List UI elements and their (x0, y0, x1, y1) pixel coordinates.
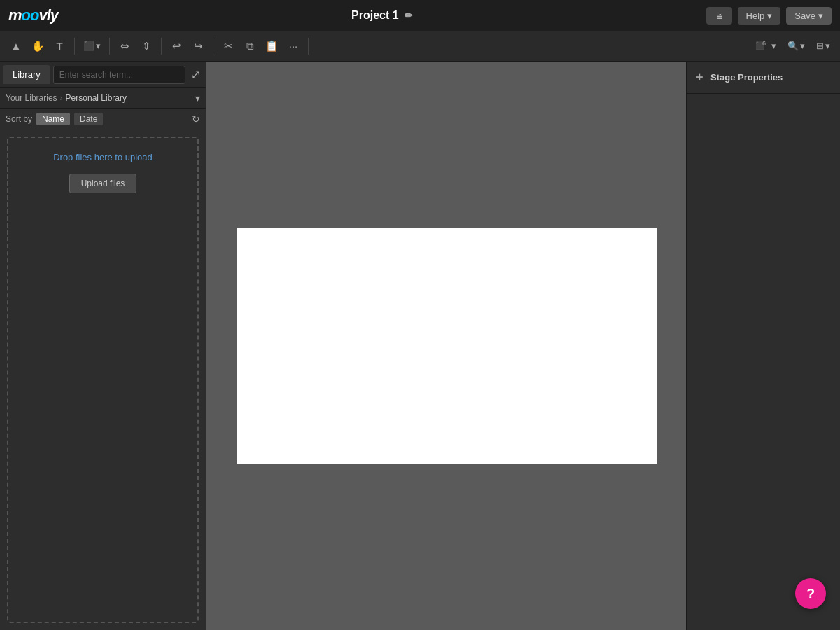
undo-button[interactable]: ↩ (166, 36, 187, 57)
text-tool-button[interactable]: T (49, 36, 70, 57)
stage-properties-title: Stage Properties (710, 72, 783, 83)
copy-button[interactable]: ⧉ (239, 36, 260, 57)
project-title-text: Project 1 (351, 9, 399, 22)
grid-icon: ⊞ (816, 41, 824, 51)
library-path: Your Libraries › Personal Library ▾ (0, 88, 206, 108)
sort-date-button[interactable]: Date (74, 113, 103, 125)
search-tool-dropdown[interactable]: 🔍 ▾ (783, 36, 809, 57)
shape-chevron-icon: ▾ (96, 41, 101, 51)
project-title: Project 1 ✏ (351, 9, 413, 22)
right-panel: ＋ Stage Properties (686, 62, 840, 630)
cut-button[interactable]: ✂ (218, 36, 239, 57)
upload-files-button[interactable]: Upload files (69, 174, 137, 193)
subtitle-dropdown[interactable]: ⬛ 6 ▾ (751, 36, 780, 57)
toolbar-separator-4 (213, 38, 214, 55)
monitor-button[interactable]: 🖥 (706, 7, 732, 24)
more-button[interactable]: ··· (283, 36, 304, 57)
drop-zone[interactable]: Drop files here to upload Upload files (7, 136, 199, 623)
subtitle-chevron: ▾ (771, 41, 776, 51)
path-dropdown-button[interactable]: ▾ (195, 92, 200, 104)
edit-tools-group: ✂ ⧉ 📋 ··· (218, 36, 304, 57)
left-panel: Library ⤢ Your Libraries › Personal Libr… (0, 62, 206, 630)
save-label: Save (794, 10, 816, 21)
logo: moovly (8, 6, 58, 24)
search-chevron: ▾ (800, 41, 805, 51)
shape-tool-dropdown[interactable]: ⬛ ▾ (79, 36, 105, 57)
toolbar-separator-5 (308, 38, 309, 55)
sort-bar: Sort by Name Date ↻ (0, 108, 206, 130)
toolbar-separator-2 (109, 38, 110, 55)
chevron-down-icon: ▾ (767, 10, 772, 21)
history-tools-group: ↩ ↪ (166, 36, 209, 57)
top-bar: moovly Project 1 ✏ 🖥 Help ▾ Save ▾ (0, 0, 840, 31)
toolbar-separator-3 (161, 38, 162, 55)
shape-icon: ⬛ (83, 41, 94, 51)
main-area: Library ⤢ Your Libraries › Personal Libr… (0, 62, 840, 630)
edit-icon[interactable]: ✏ (405, 10, 413, 21)
select-tool-button[interactable]: ▲ (6, 36, 27, 57)
help-icon: ? (806, 586, 815, 602)
select-tools-group: ▲ ✋ T (6, 36, 70, 57)
toolbar: ▲ ✋ T ⬛ ▾ ⇔ ⇕ ↩ ↪ ✂ ⧉ 📋 ··· ⬛ 6 ▾ 🔍 ▾ (0, 31, 840, 62)
toolbar-right: ⬛ 6 ▾ 🔍 ▾ ⊞ ▾ (751, 36, 834, 57)
help-button[interactable]: Help ▾ (738, 7, 781, 24)
refresh-button[interactable]: ↻ (192, 113, 200, 125)
align-vertical-button[interactable]: ⇕ (136, 36, 157, 57)
grid-chevron: ▾ (825, 41, 830, 51)
stage-canvas (237, 228, 657, 464)
canvas-area[interactable] (206, 62, 686, 630)
library-tab[interactable]: Library (3, 65, 50, 84)
sort-name-button[interactable]: Name (36, 113, 70, 125)
monitor-icon: 🖥 (715, 10, 724, 21)
help-fab-button[interactable]: ? (795, 578, 826, 609)
align-horizontal-button[interactable]: ⇔ (114, 36, 135, 57)
sort-label: Sort by (6, 114, 32, 124)
expand-button[interactable]: ⤢ (188, 65, 203, 84)
shape-tools-group: ⬛ ▾ (79, 36, 105, 57)
stage-props-add-icon[interactable]: ＋ (694, 70, 705, 85)
help-label: Help (746, 10, 765, 21)
stage-properties-header: ＋ Stage Properties (687, 62, 840, 94)
save-chevron-icon: ▾ (818, 10, 823, 21)
drop-text: Drop files here to upload (53, 152, 153, 162)
center-area (206, 62, 686, 630)
search-input[interactable] (53, 66, 186, 84)
search-icon: 🔍 (788, 41, 799, 51)
hand-tool-button[interactable]: ✋ (27, 36, 48, 57)
grid-view-dropdown[interactable]: ⊞ ▾ (812, 36, 834, 57)
top-right-actions: 🖥 Help ▾ Save ▾ (706, 7, 832, 24)
path-root-link[interactable]: Your Libraries (6, 93, 57, 103)
path-current: Personal Library (66, 93, 127, 103)
library-header: Library ⤢ (0, 62, 206, 88)
redo-button[interactable]: ↪ (188, 36, 209, 57)
align-tools-group: ⇔ ⇕ (114, 36, 157, 57)
path-arrow: › (60, 93, 63, 103)
save-button[interactable]: Save ▾ (786, 7, 832, 24)
toolbar-separator-1 (74, 38, 75, 55)
paste-button[interactable]: 📋 (261, 36, 282, 57)
